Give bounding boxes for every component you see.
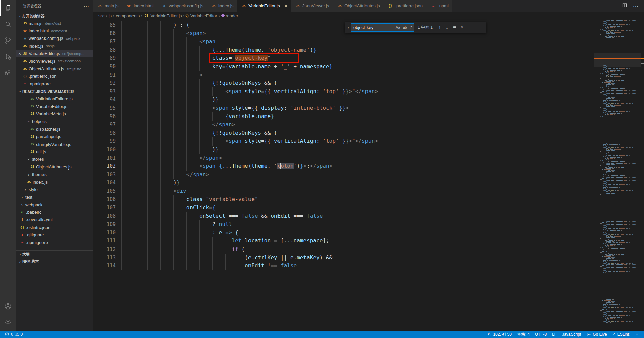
code-line[interactable]: 99<span style={{ verticalAlign: 'top' }}…	[93, 137, 590, 146]
find-in-selection-icon[interactable]: ≡	[451, 24, 458, 31]
line-number[interactable]: 101	[93, 154, 116, 162]
line-number[interactable]: 114	[93, 262, 116, 270]
notifications-bell[interactable]	[632, 331, 642, 338]
open-editor-item[interactable]: {}.prettierrc.json	[16, 73, 93, 80]
code-line[interactable]: 89class="object-key"	[93, 54, 590, 62]
code-line[interactable]: 106class="variable-value"	[93, 195, 590, 204]
line-number[interactable]: 113	[93, 254, 116, 262]
code-line[interactable]: 98{!!quotesOnKeys && (	[93, 129, 590, 137]
tree-item[interactable]: {}.eslintrc.json	[16, 224, 93, 231]
code-line[interactable]: 105<div	[93, 187, 590, 196]
editor-tab[interactable]: JSindex.js	[207, 0, 237, 12]
tree-item[interactable]: ›stores	[16, 156, 93, 163]
line-number[interactable]: 86	[93, 29, 116, 38]
more-actions-icon[interactable]: ···	[84, 3, 89, 9]
open-editor-item[interactable]: ▬.npmignore	[16, 80, 93, 87]
tree-item[interactable]: JSparseInput.js	[16, 133, 93, 140]
tree-item[interactable]: ›webpack	[16, 201, 93, 208]
tree-item[interactable]: JSutil.js	[16, 148, 93, 155]
line-number[interactable]: 94	[93, 96, 116, 104]
line-number[interactable]: 105	[93, 187, 116, 196]
editor-tab[interactable]: {}.prettierrc.json	[384, 0, 427, 12]
open-editor-item[interactable]: ◈webpack.config.jswebpack	[16, 35, 93, 42]
close-icon[interactable]: ×	[17, 51, 22, 56]
line-number[interactable]: 92	[93, 79, 116, 87]
outline-section-header[interactable]: › 大纲	[16, 250, 93, 258]
code-line[interactable]: 95<span style={{ display: 'inline-block'…	[93, 104, 590, 112]
tree-item[interactable]: ›helpers	[16, 118, 93, 125]
code-line[interactable]: 92{!!quotesOnKeys && (	[93, 79, 590, 87]
line-number[interactable]: 93	[93, 87, 116, 96]
code-line[interactable]: 94)}	[93, 96, 590, 104]
activity-account-icon[interactable]	[0, 298, 16, 314]
breadcrumb-item[interactable]: JSVariableEditor.js	[144, 13, 182, 18]
cursor-position[interactable]: 行 102, 列 50	[485, 331, 515, 338]
code-line[interactable]: 90key={variable.name + '_' + namespace}	[93, 62, 590, 71]
breadcrumb-item[interactable]: render	[222, 13, 238, 18]
activity-settings-icon[interactable]	[0, 314, 16, 331]
line-number[interactable]: 108	[93, 212, 116, 220]
overview-ruler[interactable]	[641, 19, 644, 331]
tree-item[interactable]: JSdispatcher.js	[16, 125, 93, 133]
eslint-status[interactable]: ✓ ESLint	[610, 331, 632, 338]
code-line[interactable]: 96{variable.name}	[93, 112, 590, 121]
previous-match-icon[interactable]: ↑	[436, 24, 443, 31]
activity-source-control-icon[interactable]	[0, 32, 16, 49]
line-number[interactable]: 110	[93, 229, 116, 237]
regex-icon[interactable]: .*	[409, 25, 413, 30]
tree-item[interactable]: !.coveralls.yml	[16, 216, 93, 224]
code-line[interactable]: 113(e.ctrlKey || e.metaKey) &&	[93, 254, 590, 262]
activity-files-icon[interactable]	[0, 0, 16, 16]
code-line[interactable]: 111let location = [...namespace];	[93, 237, 590, 245]
breadcrumb-item[interactable]: src	[98, 13, 104, 18]
next-match-icon[interactable]: ↓	[443, 24, 451, 31]
line-number[interactable]: 95	[93, 104, 116, 112]
line-number[interactable]: 112	[93, 245, 116, 254]
tree-item[interactable]: JSstringifyVariable.js	[16, 140, 93, 148]
editor-tab[interactable]: JSObjectAttributes.js	[333, 0, 384, 12]
editor-tab[interactable]: JSJsonViewer.js	[291, 0, 333, 12]
code-line[interactable]: 110: e => {	[93, 229, 590, 237]
editor-tab[interactable]: ◈webpack.config.js	[157, 0, 207, 12]
line-number[interactable]: 98	[93, 129, 116, 137]
code-line[interactable]: 85) : (	[93, 21, 590, 29]
line-number[interactable]: 109	[93, 220, 116, 229]
editor-tab[interactable]: <>index.html	[122, 0, 157, 12]
line-number[interactable]: 91	[93, 71, 116, 79]
indentation-setting[interactable]: 空格: 4	[515, 331, 532, 338]
breadcrumb-item[interactable]: components	[116, 13, 140, 18]
go-live-button[interactable]: Go Live	[584, 331, 609, 338]
tree-item[interactable]: ›themes	[16, 171, 93, 178]
code-line[interactable]: 102<span {...Theme(theme, 'colon')}>:</s…	[93, 162, 590, 171]
editor-pane[interactable]: 85) : (86<span>87<span88{...Theme(theme,…	[93, 19, 644, 331]
breadcrumb-item[interactable]: VariableEditor	[186, 13, 217, 18]
line-number[interactable]: 97	[93, 121, 116, 129]
line-number[interactable]: 107	[93, 204, 116, 212]
code-line[interactable]: 87<span	[93, 37, 590, 46]
tree-item[interactable]: JSindex.js	[16, 178, 93, 186]
open-editor-item[interactable]: JSObjectAttributes.jssrc\js\sto...	[16, 65, 93, 72]
activity-extensions-icon[interactable]	[0, 65, 16, 81]
editor-tab[interactable]: JSmain.js	[93, 0, 122, 12]
tree-item[interactable]: JSValidationFailure.js	[16, 95, 93, 103]
match-case-icon[interactable]: Aa	[394, 25, 401, 30]
npm-scripts-section-header[interactable]: › NPM 脚本	[16, 258, 93, 265]
minimap-slider[interactable]	[594, 53, 641, 67]
code-line[interactable]: 103</span>	[93, 171, 590, 179]
editor-tab[interactable]: ▬.npmi	[427, 0, 453, 12]
whole-word-icon[interactable]: ab	[402, 25, 408, 30]
editor-tab[interactable]: JSVariableEditor.js×	[237, 0, 291, 12]
close-icon[interactable]: ×	[284, 3, 287, 9]
find-input[interactable]: object-key Aa ab .*	[351, 23, 414, 32]
line-number[interactable]: 111	[93, 237, 116, 245]
line-number[interactable]: 99	[93, 137, 116, 146]
line-number[interactable]: 102	[93, 162, 116, 171]
open-editor-item[interactable]: ×JSVariableEditor.jssrc\js\comp...	[16, 50, 93, 57]
line-number[interactable]: 89	[93, 54, 116, 62]
line-number[interactable]: 100	[93, 146, 116, 154]
open-editor-item[interactable]: JSmain.jsdemo\dist	[16, 20, 93, 27]
tree-item[interactable]: ›test	[16, 193, 93, 201]
tree-item[interactable]: B.babelrc	[16, 208, 93, 216]
open-editors-header[interactable]: › 打开的编辑器	[16, 12, 93, 20]
activity-search-icon[interactable]	[0, 16, 16, 32]
